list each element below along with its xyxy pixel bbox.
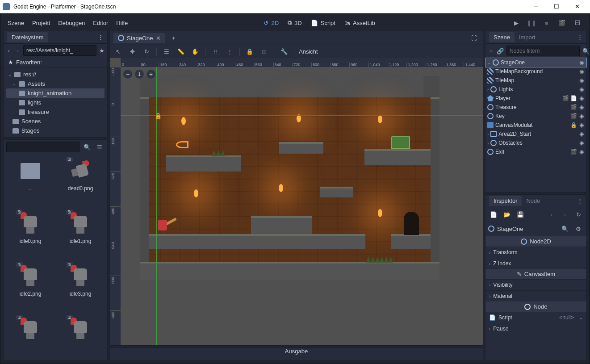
node-lights[interactable]: ›Lights◉ [485,85,586,94]
tree-assets[interactable]: ⌄Assets [6,79,105,88]
thumb-extra1[interactable]: 🖻 [6,315,54,358]
tree-treasure[interactable]: treasure [6,107,105,117]
lock-node-icon[interactable]: 🔒 [570,122,577,128]
thumb-idle1[interactable]: 🖻idle1.png [56,209,105,260]
node-key[interactable]: Key🎬◉ [485,112,586,121]
pause-button[interactable]: ❚❚ [526,17,537,28]
move-tool-icon[interactable]: ✥ [127,46,138,57]
scene-tab-stageone[interactable]: StageOne✕ [113,33,165,43]
node-obstacles[interactable]: ›Obstacles◉ [485,138,586,147]
history-back-icon[interactable]: ‹ [546,209,557,220]
ruler-tool-icon[interactable]: 📏 [176,46,186,57]
search-icon[interactable]: 🔍 [82,142,92,152]
link-node-icon[interactable]: 🔗 [497,46,504,56]
play-custom-button[interactable]: 🎞 [572,17,582,28]
zoom-in-icon[interactable]: + [146,70,155,79]
snap-icon[interactable]: ⁝⁝ [210,46,221,57]
thumb-extra2[interactable]: 🖻 [56,315,105,358]
thumb-idle2[interactable]: 🖻idle2.png [6,262,54,313]
node-canvasmod[interactable]: CanvasModulat🔒◉ [485,121,586,130]
tree-scenes[interactable]: Scenes [6,117,105,126]
tree-knight-anim[interactable]: knight_animation [6,88,105,98]
view-mode-icon[interactable]: ☰ [95,142,105,152]
minimize-button[interactable]: ─ [526,0,546,13]
snap-menu-icon[interactable]: ⋮ [224,46,235,57]
thumb-up[interactable]: .. [6,157,54,208]
menu-project[interactable]: Projekt [32,20,50,26]
prop-pause[interactable]: ›Pause [485,323,586,334]
menu-editor[interactable]: Editor [93,20,108,26]
filter-nodes-input[interactable] [506,46,580,56]
node-area2d[interactable]: ›Area2D_Start◉ [485,130,586,138]
search-nodes-icon[interactable]: 🔍 [582,46,590,56]
workspace-3d[interactable]: ⧉ 3D [288,19,302,26]
viewport-2d[interactable]: 0801602403204004805606407208008809601,04… [110,58,483,345]
inspector-tab[interactable]: Inspektor [489,196,522,206]
pan-tool-icon[interactable]: ✋ [190,46,201,57]
nav-back-icon[interactable]: ‹ [5,45,13,56]
play-scene-button[interactable]: 🎬 [557,17,567,28]
close-tab-icon[interactable]: ✕ [156,35,161,42]
section-node[interactable]: Node [485,301,586,312]
prop-material[interactable]: ›Material [485,290,586,301]
tree-root[interactable]: ⌄res:// [6,70,105,79]
node-tab[interactable]: Node [522,196,544,206]
open-resource-icon[interactable]: 📂 [502,209,512,220]
new-tab-icon[interactable]: ＋ [168,34,179,42]
node-player[interactable]: Player🎬📄◉ [485,94,586,103]
node-treasure[interactable]: Treasure🎬◉ [485,103,586,112]
visibility-icon[interactable]: ◉ [578,59,585,66]
view-menu[interactable]: Ansicht [299,48,318,55]
history-fwd-icon[interactable]: › [560,209,570,220]
bottom-output[interactable]: Ausgabe [285,348,308,355]
zoom-reset-icon[interactable]: 1 [135,70,144,79]
thumb-dead0[interactable]: 🖻dead0.png [56,157,105,208]
prop-zindex[interactable]: ›Z Index [485,258,586,269]
workspace-assetlib[interactable]: 🛍 AssetLib [344,20,375,26]
favorite-icon[interactable]: ★ [98,45,105,56]
play-button[interactable]: ▶ [511,17,522,28]
thumb-idle0[interactable]: 🖻idle0.png [6,209,54,260]
prop-transform[interactable]: ›Transform [485,247,586,258]
lock-icon[interactable]: 🔒 [244,46,255,57]
tree-stages[interactable]: Stages [6,126,105,135]
history-icon[interactable]: ↻ [573,209,584,220]
stop-button[interactable]: ■ [541,17,552,28]
nav-fwd-icon[interactable]: › [14,45,21,56]
close-button[interactable]: ✕ [567,0,587,13]
import-panel-tab[interactable]: Import [515,32,540,42]
maximize-button[interactable]: ☐ [546,0,567,13]
node-tilemap[interactable]: TileMap◉ [485,76,586,85]
inspector-tools-icon[interactable]: ⚙ [573,223,584,234]
filesystem-menu-icon[interactable]: ⋮ [98,34,104,41]
menu-help[interactable]: Hilfe [116,20,128,26]
workspace-script[interactable]: 📄 Script [311,20,335,26]
inspector-menu-icon[interactable]: ⋮ [577,197,583,204]
zoom-out-icon[interactable]: − [123,70,132,79]
menu-debug[interactable]: Debuggen [58,20,85,26]
add-node-icon[interactable]: ＋ [488,46,494,56]
prop-script[interactable]: 📄 Script<null>⌄ [485,312,586,323]
inspector-search-icon[interactable]: 🔍 [560,223,570,234]
tree-lights[interactable]: lights [6,98,105,107]
rotate-tool-icon[interactable]: ↻ [141,46,152,57]
node-stageone[interactable]: ⌄StageOne◉ [485,58,586,67]
script-open-icon[interactable]: 🎬 [562,95,569,101]
menu-scene[interactable]: Szene [8,20,24,26]
prop-visibility[interactable]: ›Visibility [485,279,586,290]
scene-panel-tab[interactable]: Szene [489,32,515,42]
file-search-input[interactable] [6,142,80,152]
select-tool-icon[interactable]: ↖ [113,46,123,57]
new-resource-icon[interactable]: 📄 [488,209,499,220]
node-tilemap-bg[interactable]: TileMapBackground◉ [485,67,586,76]
filesystem-tab[interactable]: Dateisystem [7,32,48,42]
scene-menu-icon[interactable]: ⋮ [577,34,583,41]
distraction-free-icon[interactable]: ⛶ [469,33,479,43]
workspace-2d[interactable]: ↺ 2D [264,20,279,26]
section-canvasitem[interactable]: ✎ CanvasItem [485,269,586,279]
node-exit[interactable]: Exit🎬◉ [485,147,586,156]
group-icon[interactable]: ⊞ [259,46,269,57]
thumb-idle3[interactable]: 🖻idle3.png [56,262,105,313]
favorites-row[interactable]: ★ Favoriten: [4,57,107,68]
section-node2d[interactable]: Node2D [485,236,586,247]
